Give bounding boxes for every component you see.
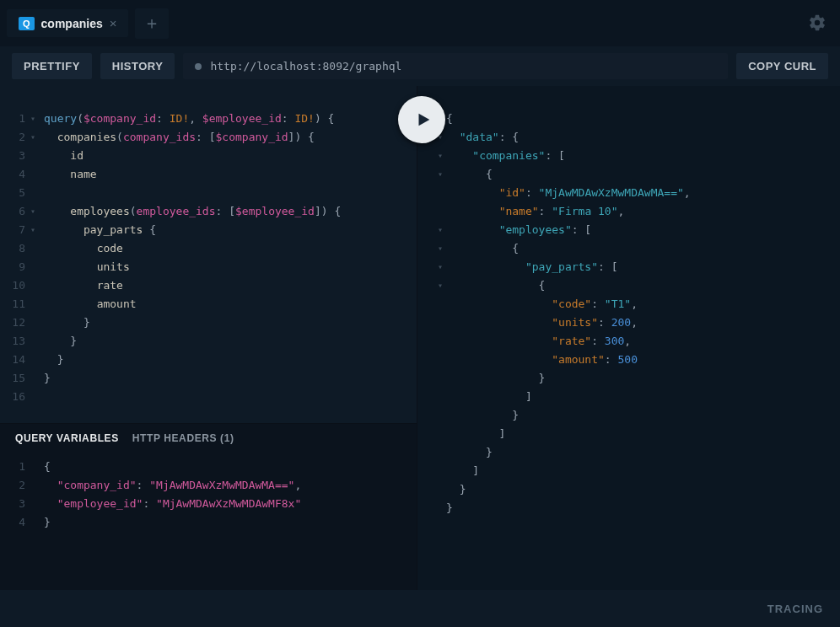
- result-viewer[interactable]: ▾{▾ "data": {▾ "companies": [▾ { "id": "…: [417, 86, 840, 526]
- gear-icon: [808, 13, 827, 32]
- history-button[interactable]: HISTORY: [100, 53, 175, 79]
- plus-icon: ＋: [143, 12, 160, 35]
- result-pane: ▾{▾ "data": {▾ "companies": [▾ { "id": "…: [417, 86, 840, 590]
- query-editor[interactable]: 1234 5678 9101112 13141516 query($compan…: [0, 86, 417, 423]
- new-tab-button[interactable]: ＋: [135, 8, 169, 39]
- query-code[interactable]: query($company_id: ID!, $employee_id: ID…: [32, 110, 417, 423]
- tab-bar: Q companies × ＋: [0, 0, 840, 46]
- copy-curl-button[interactable]: COPY CURL: [736, 53, 828, 79]
- status-dot-icon: [195, 63, 202, 70]
- endpoint-url: http://localhost:8092/graphql: [210, 60, 401, 72]
- endpoint-input[interactable]: http://localhost:8092/graphql: [183, 53, 728, 79]
- variables-editor[interactable]: 1234 { "company_id": "MjAwMDAwXzMwMDAwMA…: [0, 453, 417, 532]
- play-icon: [414, 110, 433, 129]
- variables-code[interactable]: { "company_id": "MjAwMDAwXzMwMDAwMA==", …: [32, 458, 417, 532]
- toolbar: PRETTIFY HISTORY http://localhost:8092/g…: [0, 46, 840, 86]
- tab-query-variables[interactable]: QUERY VARIABLES: [15, 432, 119, 444]
- vars-gutter: 1234: [0, 458, 32, 532]
- tracing-button[interactable]: TRACING: [767, 603, 823, 615]
- execute-button[interactable]: [398, 96, 445, 143]
- prettify-button[interactable]: PRETTIFY: [12, 53, 92, 79]
- left-pane: 1234 5678 9101112 13141516 query($compan…: [0, 86, 417, 590]
- tab-title: companies: [41, 17, 103, 30]
- main-split: 1234 5678 9101112 13141516 query($compan…: [0, 86, 840, 590]
- line-gutter: 1234 5678 9101112 13141516: [0, 110, 32, 423]
- tab-companies[interactable]: Q companies ×: [7, 9, 128, 37]
- close-icon[interactable]: ×: [110, 16, 117, 30]
- tab-http-headers[interactable]: HTTP HEADERS (1): [132, 432, 234, 444]
- variables-panel: QUERY VARIABLES HTTP HEADERS (1) 1234 { …: [0, 423, 417, 590]
- tab-badge: Q: [19, 17, 35, 30]
- settings-button[interactable]: [808, 13, 827, 32]
- footer-bar: TRACING: [0, 590, 840, 627]
